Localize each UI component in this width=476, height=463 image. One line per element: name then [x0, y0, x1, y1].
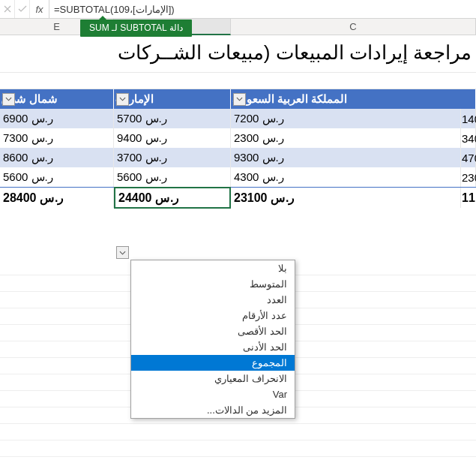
dropdown-item-sum[interactable]: المجموع	[131, 355, 295, 371]
dropdown-item-count[interactable]: العدد	[131, 292, 295, 308]
subtotal-function-dropdown: بلا المتوسط العدد عدد الأرقام الحد الأقص…	[130, 260, 295, 419]
table-header-row: شمال شرق الإمارات المملكة العربية السعود…	[0, 89, 476, 109]
dropdown-item-none[interactable]: بلا	[131, 260, 295, 276]
cell[interactable]: ر.س 5600	[114, 167, 231, 187]
insert-function-button[interactable]: fx	[30, 0, 49, 18]
cell[interactable]: ر.س 3700	[114, 148, 231, 167]
function-tooltip: دالة SUBTOTAL لـ SUM	[80, 20, 192, 37]
dropdown-item-max[interactable]: الحد الأقصى	[131, 323, 295, 339]
total-cell[interactable]: ر.س 28400	[0, 188, 114, 208]
total-cell-active[interactable]: ر.س 24400	[114, 187, 231, 209]
cell[interactable]: ر.س 9400	[114, 128, 231, 148]
formula-input[interactable]: =SUBTOTAL(109،[الإمارات])	[49, 4, 476, 15]
empty-row	[0, 73, 476, 89]
cell[interactable]: ر.س 6900	[0, 109, 114, 128]
dropdown-item-more[interactable]: المزيد من الدالات...	[131, 402, 295, 418]
table-row: ر.س 5600 ر.س 5600 ر.س 4300 230	[0, 167, 476, 187]
filter-button[interactable]	[2, 93, 15, 106]
cell[interactable]: ر.س 7200	[231, 109, 461, 128]
table-row: ر.س 7300 ر.س 9400 ر.س 2300 340	[0, 128, 476, 148]
filter-button[interactable]	[116, 93, 129, 106]
cell[interactable]: ر.س 8600	[0, 148, 114, 167]
dropdown-item-count-numbers[interactable]: عدد الأرقام	[131, 308, 295, 323]
cell[interactable]: ر.س 4300	[231, 167, 461, 187]
table-row: ر.س 6900 ر.س 5700 ر.س 7200 140	[0, 109, 476, 128]
table-header-ksa: المملكة العربية السعودية	[231, 89, 476, 109]
formula-cancel-button[interactable]	[0, 0, 15, 18]
cell[interactable]: ر.س 7300	[0, 128, 114, 148]
sheet-title: مراجعة إيرادات المبيعات (مبيعات الشــركا…	[0, 35, 476, 73]
cell-partial: 470	[461, 148, 476, 167]
dropdown-item-min[interactable]: الحد الأدنى	[131, 339, 295, 355]
cell-partial: 140	[461, 109, 476, 128]
dropdown-item-var[interactable]: Var	[131, 386, 295, 402]
filter-button[interactable]	[233, 93, 246, 106]
table-header-uae: الإمارات	[114, 89, 231, 109]
cell[interactable]: ر.س 5700	[114, 109, 231, 128]
cell-partial: 340	[461, 128, 476, 148]
formula-bar: fx =SUBTOTAL(109،[الإمارات])	[0, 0, 476, 19]
total-cell-dropdown-button[interactable]	[116, 246, 129, 259]
total-cell[interactable]: ر.س 23100	[231, 188, 461, 208]
column-header-c[interactable]: C	[231, 19, 476, 35]
total-partial: 11	[461, 188, 476, 208]
formula-confirm-button[interactable]	[15, 0, 30, 18]
cell-partial: 230	[461, 167, 476, 187]
table-total-row: ر.س 28400 ر.س 24400 ر.س 23100 11	[0, 187, 476, 208]
table-row: ر.س 8600 ر.س 3700 ر.س 9300 470	[0, 148, 476, 167]
header-label: المملكة العربية السعودية	[232, 92, 347, 106]
cell[interactable]: ر.س 2300	[231, 128, 461, 148]
column-headers: E D C	[0, 19, 476, 35]
dropdown-item-stdev[interactable]: الانحراف المعياري	[131, 371, 295, 386]
cell[interactable]: ر.س 9300	[231, 148, 461, 167]
table-header-northeast: شمال شرق	[0, 89, 114, 109]
dropdown-item-average[interactable]: المتوسط	[131, 276, 295, 292]
cell[interactable]: ر.س 5600	[0, 167, 114, 187]
